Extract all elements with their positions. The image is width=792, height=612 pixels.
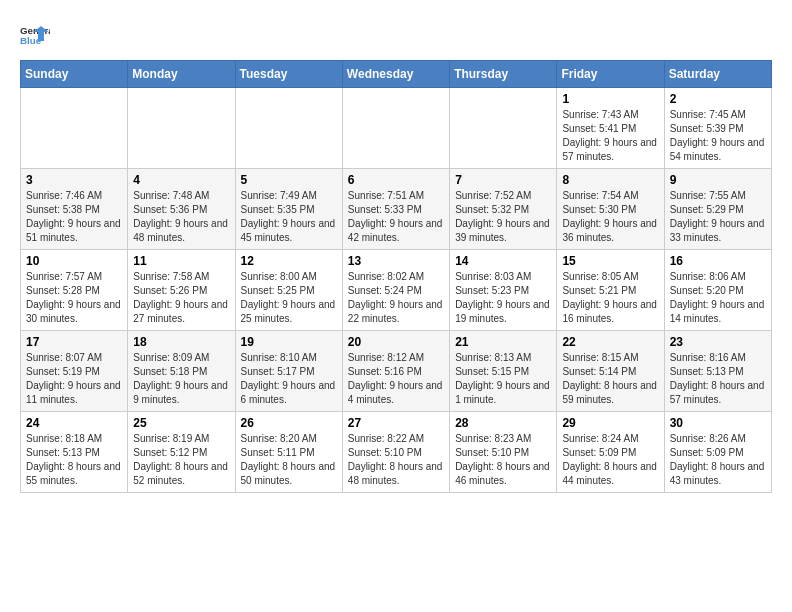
calendar-cell: 24Sunrise: 8:18 AM Sunset: 5:13 PM Dayli…: [21, 412, 128, 493]
calendar-cell: 21Sunrise: 8:13 AM Sunset: 5:15 PM Dayli…: [450, 331, 557, 412]
weekday-header-monday: Monday: [128, 61, 235, 88]
calendar-cell: 3Sunrise: 7:46 AM Sunset: 5:38 PM Daylig…: [21, 169, 128, 250]
calendar-cell: 22Sunrise: 8:15 AM Sunset: 5:14 PM Dayli…: [557, 331, 664, 412]
calendar-cell: 15Sunrise: 8:05 AM Sunset: 5:21 PM Dayli…: [557, 250, 664, 331]
calendar-cell: 18Sunrise: 8:09 AM Sunset: 5:18 PM Dayli…: [128, 331, 235, 412]
weekday-header-saturday: Saturday: [664, 61, 771, 88]
calendar-cell: 11Sunrise: 7:58 AM Sunset: 5:26 PM Dayli…: [128, 250, 235, 331]
day-info: Sunrise: 8:22 AM Sunset: 5:10 PM Dayligh…: [348, 432, 444, 488]
calendar-cell: 16Sunrise: 8:06 AM Sunset: 5:20 PM Dayli…: [664, 250, 771, 331]
day-info: Sunrise: 8:24 AM Sunset: 5:09 PM Dayligh…: [562, 432, 658, 488]
calendar-cell: [21, 88, 128, 169]
calendar-cell: 6Sunrise: 7:51 AM Sunset: 5:33 PM Daylig…: [342, 169, 449, 250]
day-info: Sunrise: 7:49 AM Sunset: 5:35 PM Dayligh…: [241, 189, 337, 245]
day-number: 21: [455, 335, 551, 349]
day-info: Sunrise: 7:48 AM Sunset: 5:36 PM Dayligh…: [133, 189, 229, 245]
day-number: 12: [241, 254, 337, 268]
day-number: 11: [133, 254, 229, 268]
calendar-cell: 27Sunrise: 8:22 AM Sunset: 5:10 PM Dayli…: [342, 412, 449, 493]
calendar-cell: [450, 88, 557, 169]
day-info: Sunrise: 8:15 AM Sunset: 5:14 PM Dayligh…: [562, 351, 658, 407]
day-info: Sunrise: 7:52 AM Sunset: 5:32 PM Dayligh…: [455, 189, 551, 245]
header: General Blue: [20, 20, 772, 50]
calendar-cell: 17Sunrise: 8:07 AM Sunset: 5:19 PM Dayli…: [21, 331, 128, 412]
day-number: 18: [133, 335, 229, 349]
day-number: 30: [670, 416, 766, 430]
calendar-cell: 10Sunrise: 7:57 AM Sunset: 5:28 PM Dayli…: [21, 250, 128, 331]
calendar-cell: 19Sunrise: 8:10 AM Sunset: 5:17 PM Dayli…: [235, 331, 342, 412]
calendar-cell: 1Sunrise: 7:43 AM Sunset: 5:41 PM Daylig…: [557, 88, 664, 169]
calendar-cell: 7Sunrise: 7:52 AM Sunset: 5:32 PM Daylig…: [450, 169, 557, 250]
calendar-cell: 23Sunrise: 8:16 AM Sunset: 5:13 PM Dayli…: [664, 331, 771, 412]
day-info: Sunrise: 8:13 AM Sunset: 5:15 PM Dayligh…: [455, 351, 551, 407]
weekday-header-wednesday: Wednesday: [342, 61, 449, 88]
day-number: 4: [133, 173, 229, 187]
day-number: 10: [26, 254, 122, 268]
calendar-cell: 4Sunrise: 7:48 AM Sunset: 5:36 PM Daylig…: [128, 169, 235, 250]
day-info: Sunrise: 7:58 AM Sunset: 5:26 PM Dayligh…: [133, 270, 229, 326]
week-row-5: 24Sunrise: 8:18 AM Sunset: 5:13 PM Dayli…: [21, 412, 772, 493]
week-row-3: 10Sunrise: 7:57 AM Sunset: 5:28 PM Dayli…: [21, 250, 772, 331]
day-info: Sunrise: 7:43 AM Sunset: 5:41 PM Dayligh…: [562, 108, 658, 164]
day-info: Sunrise: 8:05 AM Sunset: 5:21 PM Dayligh…: [562, 270, 658, 326]
day-info: Sunrise: 8:07 AM Sunset: 5:19 PM Dayligh…: [26, 351, 122, 407]
day-info: Sunrise: 8:02 AM Sunset: 5:24 PM Dayligh…: [348, 270, 444, 326]
week-row-2: 3Sunrise: 7:46 AM Sunset: 5:38 PM Daylig…: [21, 169, 772, 250]
day-number: 19: [241, 335, 337, 349]
day-info: Sunrise: 8:03 AM Sunset: 5:23 PM Dayligh…: [455, 270, 551, 326]
calendar-cell: 20Sunrise: 8:12 AM Sunset: 5:16 PM Dayli…: [342, 331, 449, 412]
day-number: 15: [562, 254, 658, 268]
day-number: 20: [348, 335, 444, 349]
day-number: 5: [241, 173, 337, 187]
day-number: 16: [670, 254, 766, 268]
day-info: Sunrise: 8:00 AM Sunset: 5:25 PM Dayligh…: [241, 270, 337, 326]
calendar-cell: [342, 88, 449, 169]
day-number: 22: [562, 335, 658, 349]
week-row-4: 17Sunrise: 8:07 AM Sunset: 5:19 PM Dayli…: [21, 331, 772, 412]
calendar-cell: 29Sunrise: 8:24 AM Sunset: 5:09 PM Dayli…: [557, 412, 664, 493]
day-number: 23: [670, 335, 766, 349]
day-info: Sunrise: 7:54 AM Sunset: 5:30 PM Dayligh…: [562, 189, 658, 245]
calendar-cell: 14Sunrise: 8:03 AM Sunset: 5:23 PM Dayli…: [450, 250, 557, 331]
calendar-cell: 25Sunrise: 8:19 AM Sunset: 5:12 PM Dayli…: [128, 412, 235, 493]
day-info: Sunrise: 8:26 AM Sunset: 5:09 PM Dayligh…: [670, 432, 766, 488]
day-number: 14: [455, 254, 551, 268]
day-number: 1: [562, 92, 658, 106]
calendar-cell: 9Sunrise: 7:55 AM Sunset: 5:29 PM Daylig…: [664, 169, 771, 250]
weekday-header-sunday: Sunday: [21, 61, 128, 88]
weekday-header-tuesday: Tuesday: [235, 61, 342, 88]
calendar: SundayMondayTuesdayWednesdayThursdayFrid…: [20, 60, 772, 493]
logo: General Blue: [20, 20, 50, 50]
calendar-body: 1Sunrise: 7:43 AM Sunset: 5:41 PM Daylig…: [21, 88, 772, 493]
day-number: 25: [133, 416, 229, 430]
calendar-cell: 12Sunrise: 8:00 AM Sunset: 5:25 PM Dayli…: [235, 250, 342, 331]
day-info: Sunrise: 7:55 AM Sunset: 5:29 PM Dayligh…: [670, 189, 766, 245]
weekday-header-thursday: Thursday: [450, 61, 557, 88]
calendar-cell: 5Sunrise: 7:49 AM Sunset: 5:35 PM Daylig…: [235, 169, 342, 250]
day-number: 26: [241, 416, 337, 430]
day-info: Sunrise: 8:18 AM Sunset: 5:13 PM Dayligh…: [26, 432, 122, 488]
calendar-cell: 28Sunrise: 8:23 AM Sunset: 5:10 PM Dayli…: [450, 412, 557, 493]
weekday-header-friday: Friday: [557, 61, 664, 88]
day-number: 28: [455, 416, 551, 430]
day-number: 6: [348, 173, 444, 187]
day-number: 9: [670, 173, 766, 187]
day-info: Sunrise: 8:06 AM Sunset: 5:20 PM Dayligh…: [670, 270, 766, 326]
day-number: 17: [26, 335, 122, 349]
calendar-cell: 26Sunrise: 8:20 AM Sunset: 5:11 PM Dayli…: [235, 412, 342, 493]
logo-icon: General Blue: [20, 20, 50, 50]
day-number: 8: [562, 173, 658, 187]
day-info: Sunrise: 8:09 AM Sunset: 5:18 PM Dayligh…: [133, 351, 229, 407]
day-info: Sunrise: 7:45 AM Sunset: 5:39 PM Dayligh…: [670, 108, 766, 164]
calendar-cell: [128, 88, 235, 169]
day-info: Sunrise: 8:16 AM Sunset: 5:13 PM Dayligh…: [670, 351, 766, 407]
weekday-header-row: SundayMondayTuesdayWednesdayThursdayFrid…: [21, 61, 772, 88]
day-info: Sunrise: 7:51 AM Sunset: 5:33 PM Dayligh…: [348, 189, 444, 245]
day-info: Sunrise: 8:19 AM Sunset: 5:12 PM Dayligh…: [133, 432, 229, 488]
day-number: 27: [348, 416, 444, 430]
calendar-cell: 13Sunrise: 8:02 AM Sunset: 5:24 PM Dayli…: [342, 250, 449, 331]
day-number: 3: [26, 173, 122, 187]
day-info: Sunrise: 8:10 AM Sunset: 5:17 PM Dayligh…: [241, 351, 337, 407]
day-info: Sunrise: 8:23 AM Sunset: 5:10 PM Dayligh…: [455, 432, 551, 488]
day-number: 7: [455, 173, 551, 187]
